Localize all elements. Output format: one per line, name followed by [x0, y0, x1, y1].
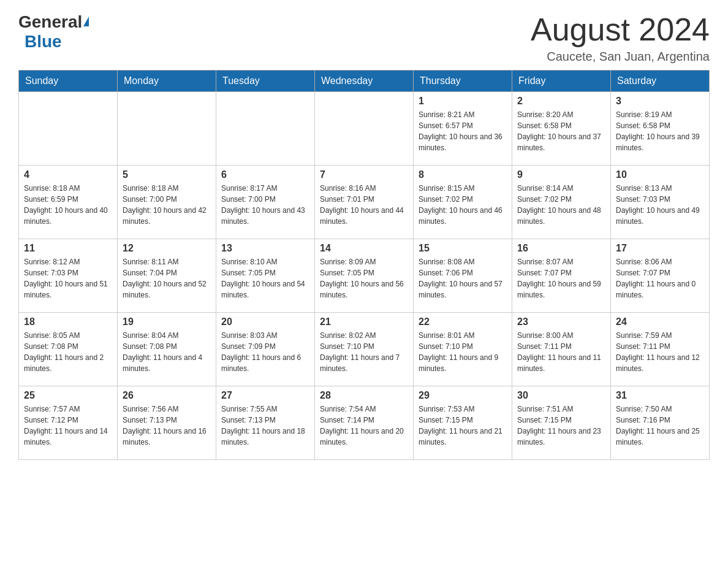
day-number: 22 [419, 316, 507, 327]
day-number: 4 [24, 169, 112, 180]
day-info: Sunrise: 8:20 AMSunset: 6:58 PMDaylight:… [517, 109, 605, 153]
day-info: Sunrise: 8:15 AMSunset: 7:02 PMDaylight:… [419, 183, 507, 227]
logo-triangle-icon [83, 17, 89, 26]
calendar-cell: 30Sunrise: 7:51 AMSunset: 7:15 PMDayligh… [512, 386, 611, 460]
calendar-week-row: 25Sunrise: 7:57 AMSunset: 7:12 PMDayligh… [19, 386, 710, 460]
day-number: 20 [221, 316, 309, 327]
logo: General Blue [18, 12, 89, 52]
calendar-cell: 15Sunrise: 8:08 AMSunset: 7:06 PMDayligh… [414, 239, 512, 313]
day-number: 5 [123, 169, 211, 180]
calendar-cell: 14Sunrise: 8:09 AMSunset: 7:05 PMDayligh… [315, 239, 414, 313]
day-info: Sunrise: 8:17 AMSunset: 7:00 PMDaylight:… [221, 183, 309, 227]
day-number: 29 [419, 390, 507, 401]
calendar-cell: 21Sunrise: 8:02 AMSunset: 7:10 PMDayligh… [315, 313, 414, 386]
day-info: Sunrise: 8:02 AMSunset: 7:10 PMDaylight:… [320, 330, 408, 374]
page-header: General Blue August 2024 Caucete, San Ju… [18, 12, 710, 64]
day-info: Sunrise: 8:08 AMSunset: 7:06 PMDaylight:… [419, 256, 507, 301]
day-info: Sunrise: 7:50 AMSunset: 7:16 PMDaylight:… [616, 404, 704, 448]
calendar-header-tuesday: Tuesday [216, 71, 315, 92]
day-info: Sunrise: 7:59 AMSunset: 7:11 PMDaylight:… [616, 330, 704, 374]
day-info: Sunrise: 8:13 AMSunset: 7:03 PMDaylight:… [616, 183, 704, 227]
day-number: 2 [517, 96, 605, 107]
day-info: Sunrise: 8:09 AMSunset: 7:05 PMDaylight:… [320, 256, 408, 301]
calendar-cell: 29Sunrise: 7:53 AMSunset: 7:15 PMDayligh… [414, 386, 512, 460]
calendar-cell: 28Sunrise: 7:54 AMSunset: 7:14 PMDayligh… [315, 386, 414, 460]
day-number: 9 [517, 169, 605, 180]
day-number: 10 [616, 169, 704, 180]
day-info: Sunrise: 8:12 AMSunset: 7:03 PMDaylight:… [24, 256, 112, 301]
day-number: 11 [24, 243, 112, 254]
day-number: 15 [419, 243, 507, 254]
day-info: Sunrise: 8:18 AMSunset: 7:00 PMDaylight:… [123, 183, 211, 227]
calendar-cell: 19Sunrise: 8:04 AMSunset: 7:08 PMDayligh… [118, 313, 216, 386]
calendar-cell: 8Sunrise: 8:15 AMSunset: 7:02 PMDaylight… [414, 166, 512, 239]
calendar-week-row: 11Sunrise: 8:12 AMSunset: 7:03 PMDayligh… [19, 239, 710, 313]
day-info: Sunrise: 8:16 AMSunset: 7:01 PMDaylight:… [320, 183, 408, 227]
calendar-cell: 10Sunrise: 8:13 AMSunset: 7:03 PMDayligh… [611, 166, 710, 239]
day-info: Sunrise: 8:04 AMSunset: 7:08 PMDaylight:… [123, 330, 211, 374]
calendar-cell: 23Sunrise: 8:00 AMSunset: 7:11 PMDayligh… [512, 313, 611, 386]
calendar-cell: 13Sunrise: 8:10 AMSunset: 7:05 PMDayligh… [216, 239, 315, 313]
day-number: 26 [123, 390, 211, 401]
day-number: 23 [517, 316, 605, 327]
calendar-header-row: SundayMondayTuesdayWednesdayThursdayFrid… [19, 71, 710, 92]
day-info: Sunrise: 8:11 AMSunset: 7:04 PMDaylight:… [123, 256, 211, 301]
day-info: Sunrise: 8:07 AMSunset: 7:07 PMDaylight:… [517, 256, 605, 301]
calendar-cell: 26Sunrise: 7:56 AMSunset: 7:13 PMDayligh… [118, 386, 216, 460]
day-number: 24 [616, 316, 704, 327]
day-info: Sunrise: 7:53 AMSunset: 7:15 PMDaylight:… [419, 404, 507, 448]
day-number: 12 [123, 243, 211, 254]
day-number: 8 [419, 169, 507, 180]
day-number: 30 [517, 390, 605, 401]
calendar-cell: 27Sunrise: 7:55 AMSunset: 7:13 PMDayligh… [216, 386, 315, 460]
day-info: Sunrise: 8:00 AMSunset: 7:11 PMDaylight:… [517, 330, 605, 374]
calendar-cell: 25Sunrise: 7:57 AMSunset: 7:12 PMDayligh… [19, 386, 118, 460]
calendar-cell: 11Sunrise: 8:12 AMSunset: 7:03 PMDayligh… [19, 239, 118, 313]
calendar-cell: 2Sunrise: 8:20 AMSunset: 6:58 PMDaylight… [512, 92, 611, 166]
calendar-cell: 17Sunrise: 8:06 AMSunset: 7:07 PMDayligh… [611, 239, 710, 313]
calendar-cell: 16Sunrise: 8:07 AMSunset: 7:07 PMDayligh… [512, 239, 611, 313]
calendar-header-monday: Monday [118, 71, 216, 92]
logo-blue-text: Blue [25, 32, 62, 52]
day-number: 6 [221, 169, 309, 180]
day-info: Sunrise: 8:03 AMSunset: 7:09 PMDaylight:… [221, 330, 309, 374]
calendar-cell [118, 92, 216, 166]
calendar-cell: 3Sunrise: 8:19 AMSunset: 6:58 PMDaylight… [611, 92, 710, 166]
day-number: 31 [616, 390, 704, 401]
day-info: Sunrise: 8:21 AMSunset: 6:57 PMDaylight:… [419, 109, 507, 153]
calendar-table: SundayMondayTuesdayWednesdayThursdayFrid… [18, 70, 710, 460]
calendar-header-friday: Friday [512, 71, 611, 92]
calendar-week-row: 4Sunrise: 8:18 AMSunset: 6:59 PMDaylight… [19, 166, 710, 239]
calendar-cell: 5Sunrise: 8:18 AMSunset: 7:00 PMDaylight… [118, 166, 216, 239]
calendar-week-row: 18Sunrise: 8:05 AMSunset: 7:08 PMDayligh… [19, 313, 710, 386]
logo-general-text: General [18, 12, 82, 32]
calendar-cell: 9Sunrise: 8:14 AMSunset: 7:02 PMDaylight… [512, 166, 611, 239]
day-info: Sunrise: 8:19 AMSunset: 6:58 PMDaylight:… [616, 109, 704, 153]
day-number: 1 [419, 96, 507, 107]
day-number: 14 [320, 243, 408, 254]
calendar-cell: 7Sunrise: 8:16 AMSunset: 7:01 PMDaylight… [315, 166, 414, 239]
calendar-cell: 1Sunrise: 8:21 AMSunset: 6:57 PMDaylight… [414, 92, 512, 166]
day-number: 21 [320, 316, 408, 327]
day-info: Sunrise: 8:18 AMSunset: 6:59 PMDaylight:… [24, 183, 112, 227]
calendar-cell [216, 92, 315, 166]
day-info: Sunrise: 8:05 AMSunset: 7:08 PMDaylight:… [24, 330, 112, 374]
day-number: 28 [320, 390, 408, 401]
day-info: Sunrise: 8:10 AMSunset: 7:05 PMDaylight:… [221, 256, 309, 301]
title-block: August 2024 Caucete, San Juan, Argentina [531, 12, 710, 64]
day-info: Sunrise: 7:55 AMSunset: 7:13 PMDaylight:… [221, 404, 309, 448]
day-info: Sunrise: 8:14 AMSunset: 7:02 PMDaylight:… [517, 183, 605, 227]
calendar-cell: 12Sunrise: 8:11 AMSunset: 7:04 PMDayligh… [118, 239, 216, 313]
calendar-cell: 18Sunrise: 8:05 AMSunset: 7:08 PMDayligh… [19, 313, 118, 386]
day-number: 25 [24, 390, 112, 401]
day-number: 13 [221, 243, 309, 254]
calendar-cell: 6Sunrise: 8:17 AMSunset: 7:00 PMDaylight… [216, 166, 315, 239]
calendar-header-wednesday: Wednesday [315, 71, 414, 92]
day-number: 27 [221, 390, 309, 401]
day-number: 17 [616, 243, 704, 254]
calendar-week-row: 1Sunrise: 8:21 AMSunset: 6:57 PMDaylight… [19, 92, 710, 166]
day-number: 3 [616, 96, 704, 107]
calendar-header-saturday: Saturday [611, 71, 710, 92]
day-number: 16 [517, 243, 605, 254]
calendar-cell: 24Sunrise: 7:59 AMSunset: 7:11 PMDayligh… [611, 313, 710, 386]
